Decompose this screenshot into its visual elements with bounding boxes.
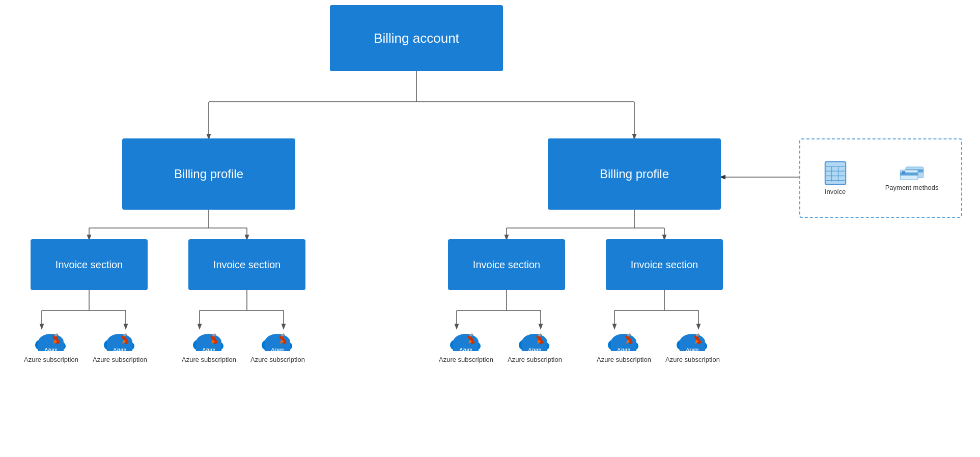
payment-label: Payment methods [885,184,939,191]
billing-profile-right-box: Billing profile [548,138,721,210]
billing-account-box: Billing account [330,5,503,71]
azure-subscription-2: Azure Azure subscription [93,326,147,363]
azure-subscription-5: Azure Azure subscription [439,326,493,363]
azure-sub-label-8: Azure subscription [665,356,720,363]
azure-subscription-6: Azure Azure subscription [508,326,562,363]
azure-subscription-7: Azure Azure subscription [597,326,651,363]
svg-text:Azure: Azure [114,347,126,352]
payment-item: Payment methods [885,165,939,191]
azure-cloud-icon-7: Azure [606,326,641,354]
azure-sub-label-6: Azure subscription [508,356,562,363]
azure-cloud-icon-4: Azure [260,326,295,354]
azure-subscription-3: Azure Azure subscription [182,326,236,363]
azure-cloud-icon-5: Azure [448,326,484,354]
azure-subscription-1: Azure Azure subscription [24,326,78,363]
azure-subscription-8: Azure Azure subscription [665,326,720,363]
svg-text:Azure: Azure [460,347,472,352]
svg-rect-113 [902,171,905,174]
invoice-icon [823,161,848,185]
svg-text:Azure: Azure [45,347,58,352]
svg-rect-101 [825,162,846,184]
invoice-section-1-box: Invoice section [31,239,148,290]
azure-sub-label-4: Azure subscription [250,356,305,363]
azure-sub-label-2: Azure subscription [93,356,147,363]
svg-text:Azure: Azure [686,347,699,352]
azure-cloud-icon-1: Azure [33,326,69,354]
billing-profile-left-box: Billing profile [122,138,295,210]
azure-cloud-icon-6: Azure [517,326,552,354]
invoice-section-2-box: Invoice section [188,239,305,290]
svg-text:Azure: Azure [528,347,541,352]
azure-cloud-icon-2: Azure [102,326,137,354]
payment-icon [900,165,924,181]
azure-subscription-4: Azure Azure subscription [250,326,305,363]
invoice-section-4-box: Invoice section [606,239,723,290]
azure-sub-label-7: Azure subscription [597,356,651,363]
azure-sub-label-1: Azure subscription [24,356,78,363]
azure-sub-label-5: Azure subscription [439,356,493,363]
svg-text:Azure: Azure [618,347,630,352]
svg-text:Azure: Azure [271,347,284,352]
invoice-label: Invoice [825,188,846,195]
azure-cloud-icon-3: Azure [191,326,227,354]
diagram-container: Billing account Billing profile Billing … [0,0,980,457]
azure-cloud-icon-8: Azure [675,326,710,354]
invoice-section-3-box: Invoice section [448,239,565,290]
invoice-item: Invoice [823,161,848,195]
azure-sub-label-3: Azure subscription [182,356,236,363]
svg-text:Azure: Azure [203,347,215,352]
invoice-payment-box: Invoice Payment methods [799,138,962,218]
